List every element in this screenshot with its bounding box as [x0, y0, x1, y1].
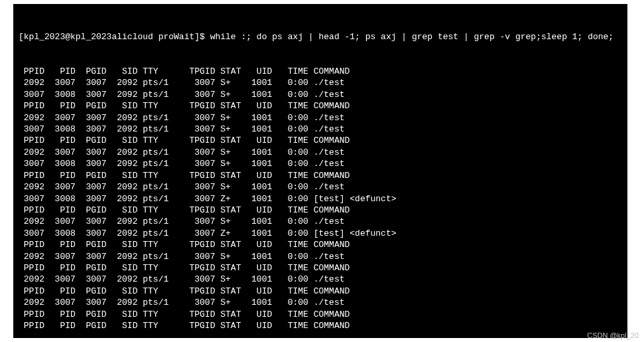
- ps-header-row: PPID PID PGID SID TTY TPGID STAT UID TIM…: [19, 320, 622, 331]
- ps-header-row: PPID PID PGID SID TTY TPGID STAT UID TIM…: [19, 205, 622, 216]
- ps-header-row: PPID PID PGID SID TTY TPGID STAT UID TIM…: [19, 239, 622, 250]
- ps-header-row: PPID PID PGID SID TTY TPGID STAT UID TIM…: [19, 309, 622, 320]
- shell-prompt-command: [kpl_2023@kpl_2023alicloud proWait]$ whi…: [19, 31, 622, 43]
- ps-data-row: 3007 3008 3007 2092 pts/1 3007 S+ 1001 0…: [19, 158, 622, 169]
- ps-data-row: 2092 3007 3007 2092 pts/1 3007 S+ 1001 0…: [19, 181, 622, 193]
- ps-data-row: 2092 3007 3007 2092 pts/1 3007 S+ 1001 0…: [19, 147, 622, 158]
- ps-data-row: 3007 3008 3007 2092 pts/1 3007 Z+ 1001 0…: [19, 228, 622, 239]
- ps-data-row: 3007 3008 3007 2092 pts/1 3007 S+ 1001 0…: [19, 124, 622, 135]
- ps-data-row: 3007 3008 3007 2092 pts/1 3007 Z+ 1001 0…: [19, 193, 622, 205]
- terminal-output: PPID PID PGID SID TTY TPGID STAT UID TIM…: [19, 66, 622, 331]
- ps-header-row: PPID PID PGID SID TTY TPGID STAT UID TIM…: [19, 66, 622, 77]
- watermark-text: CSDN @kpl_20: [587, 331, 639, 339]
- ps-header-row: PPID PID PGID SID TTY TPGID STAT UID TIM…: [19, 135, 622, 146]
- ps-data-row: 2092 3007 3007 2092 pts/1 3007 S+ 1001 0…: [19, 112, 622, 124]
- ps-data-row: 2092 3007 3007 2092 pts/1 3007 S+ 1001 0…: [19, 77, 622, 88]
- ps-data-row: 2092 3007 3007 2092 pts/1 3007 S+ 1001 0…: [19, 216, 622, 227]
- ps-data-row: 2092 3007 3007 2092 pts/1 3007 S+ 1001 0…: [19, 251, 622, 262]
- ps-header-row: PPID PID PGID SID TTY TPGID STAT UID TIM…: [19, 262, 622, 274]
- ps-header-row: PPID PID PGID SID TTY TPGID STAT UID TIM…: [19, 286, 622, 297]
- terminal-window[interactable]: [kpl_2023@kpl_2023alicloud proWait]$ whi…: [13, 4, 627, 338]
- ps-data-row: 2092 3007 3007 2092 pts/1 3007 S+ 1001 0…: [19, 274, 622, 285]
- ps-header-row: PPID PID PGID SID TTY TPGID STAT UID TIM…: [19, 100, 622, 112]
- ps-data-row: 2092 3007 3007 2092 pts/1 3007 S+ 1001 0…: [19, 297, 622, 308]
- ps-data-row: 3007 3008 3007 2092 pts/1 3007 S+ 1001 0…: [19, 89, 622, 100]
- ps-header-row: PPID PID PGID SID TTY TPGID STAT UID TIM…: [19, 170, 622, 181]
